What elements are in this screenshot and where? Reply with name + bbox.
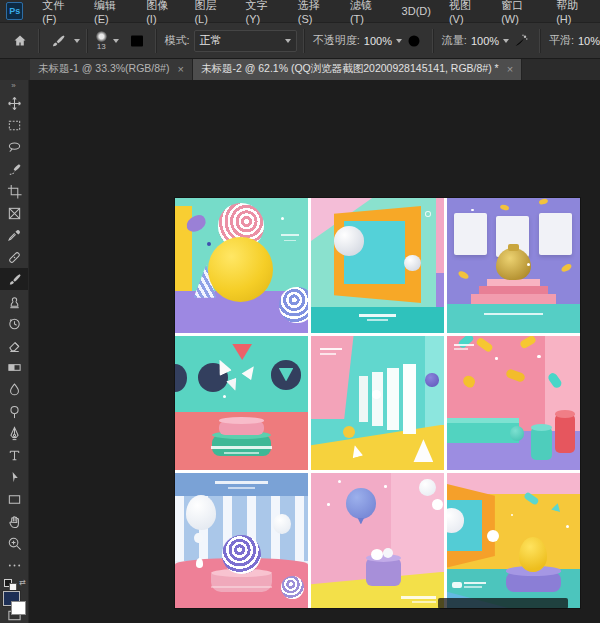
menu-item-help[interactable]: 帮助(H) [547, 0, 600, 22]
menu-item-window[interactable]: 窗口(W) [492, 0, 547, 22]
eyedropper-tool[interactable] [0, 224, 28, 246]
gradient-tool[interactable] [0, 356, 28, 378]
watermark-smudge [438, 598, 568, 609]
menu-item-select[interactable]: 选择(S) [289, 0, 341, 22]
dodge-tool[interactable] [0, 400, 28, 422]
chevron-down-icon[interactable] [74, 39, 80, 43]
menu-items: 文件(F)编辑(E)图像(I)图层(L)文字(Y)选择(S)滤镜(T)3D(D)… [33, 0, 600, 22]
menu-item-file[interactable]: 文件(F) [33, 0, 85, 22]
tool-list [0, 92, 28, 576]
tab-label: 未标题-1 @ 33.3%(RGB/8#) [38, 62, 169, 76]
default-colors-icon[interactable] [9, 583, 17, 591]
poster-cell-rotunda-striped-ball [175, 473, 308, 608]
divider [303, 29, 305, 53]
opacity-value[interactable]: 100% [364, 35, 392, 47]
close-tab-icon[interactable]: × [507, 63, 513, 75]
brush-size-preview[interactable]: 13 [94, 31, 109, 51]
eraser-tool[interactable] [0, 334, 28, 356]
hand-tool[interactable] [0, 510, 28, 532]
canvas-area[interactable] [28, 80, 600, 623]
close-tab-icon[interactable]: × [177, 63, 183, 75]
history-brush-tool[interactable] [0, 312, 28, 334]
airbrush-icon[interactable] [509, 33, 533, 49]
crop-tool[interactable] [0, 180, 28, 202]
tab-label: 未标题-2 @ 62.1% (QQ浏览器截图20200928145141, RG… [201, 62, 499, 76]
divider [86, 29, 88, 53]
menu-bar: Ps 文件(F)编辑(E)图像(I)图层(L)文字(Y)选择(S)滤镜(T)3D… [0, 0, 600, 23]
menu-item-type[interactable]: 文字(Y) [237, 0, 289, 22]
home-icon[interactable] [8, 33, 32, 49]
color-swatches: ⇄ [0, 579, 28, 593]
zoom-tool[interactable] [0, 532, 28, 554]
toolbar: » ⇄ [0, 80, 29, 623]
smoothing-value[interactable]: 10% [578, 35, 600, 47]
path-selection-tool[interactable] [0, 466, 28, 488]
pen-tool[interactable] [0, 422, 28, 444]
brush-tip-icon [96, 31, 107, 42]
type-tool[interactable] [0, 444, 28, 466]
move-tool[interactable] [0, 92, 28, 114]
opacity-label: 不透明度: [313, 33, 360, 48]
poster-cell-frame-mint [311, 198, 444, 333]
lasso-tool[interactable] [0, 136, 28, 158]
clone-stamp-tool[interactable] [0, 290, 28, 312]
healing-brush-tool[interactable] [0, 246, 28, 268]
poster-cell-balls-teal [175, 198, 308, 333]
menu-item-view[interactable]: 视图(V) [440, 0, 492, 22]
blur-tool[interactable] [0, 378, 28, 400]
brush-tool[interactable] [0, 268, 28, 290]
menu-item-image[interactable]: 图像(I) [137, 0, 185, 22]
swap-colors-icon[interactable]: ⇄ [19, 579, 26, 587]
chevron-down-icon[interactable] [113, 39, 119, 43]
mode-label: 模式: [165, 33, 190, 48]
chevron-down-icon [285, 39, 291, 43]
pressure-opacity-icon[interactable] [402, 33, 426, 49]
divider [432, 29, 434, 53]
document-tab-2[interactable]: 未标题-2 @ 62.1% (QQ浏览器截图20200928145141, RG… [193, 58, 522, 80]
divider [38, 29, 40, 53]
poster-image [175, 198, 580, 608]
mode-value: 正常 [200, 33, 222, 48]
menu-item-filter[interactable]: 滤镜(T) [341, 0, 393, 22]
quick-selection-tool[interactable] [0, 158, 28, 180]
collapse-toolbar-button[interactable]: » [11, 80, 16, 92]
divider [539, 29, 541, 53]
flow-value[interactable]: 100% [471, 35, 499, 47]
poster-cell-egg-yellow [447, 473, 580, 608]
rectangle-tool[interactable] [0, 488, 28, 510]
flow-label: 流量: [442, 33, 467, 48]
background-color-swatch[interactable] [11, 601, 26, 615]
poster-cell-corridor [311, 336, 444, 471]
poster-cell-cylinders-pink [447, 336, 580, 471]
poster-cell-balloon-cup [311, 473, 444, 608]
smoothing-label: 平滑: [549, 33, 574, 48]
options-bar: 13 模式: 正常 不透明度: 100% 流量: 100% 平滑: 10% [0, 22, 600, 59]
menu-item-layer[interactable]: 图层(L) [185, 0, 236, 22]
brush-preset-icon[interactable] [46, 33, 70, 49]
marquee-tool[interactable] [0, 114, 28, 136]
menu-item-3d[interactable]: 3D(D) [393, 0, 440, 22]
edit-toolbar-button[interactable] [0, 554, 28, 576]
document-tab-1[interactable]: 未标题-1 @ 33.3%(RGB/8#)× [30, 58, 193, 80]
toggle-brush-panel-icon[interactable] [125, 33, 149, 49]
poster-cell-moneybag-purple [447, 198, 580, 333]
divider [155, 29, 157, 53]
poster-cell-podium-coral [175, 336, 308, 471]
menu-item-edit[interactable]: 编辑(E) [85, 0, 137, 22]
mode-select[interactable]: 正常 [194, 30, 297, 52]
tab-bar: 未标题-1 @ 33.3%(RGB/8#)×未标题-2 @ 62.1% (QQ浏… [0, 58, 600, 80]
frame-tool[interactable] [0, 202, 28, 224]
photoshop-logo: Ps [6, 2, 23, 20]
brush-size-value: 13 [97, 43, 106, 51]
document-tabs: 未标题-1 @ 33.3%(RGB/8#)×未标题-2 @ 62.1% (QQ浏… [30, 58, 522, 80]
